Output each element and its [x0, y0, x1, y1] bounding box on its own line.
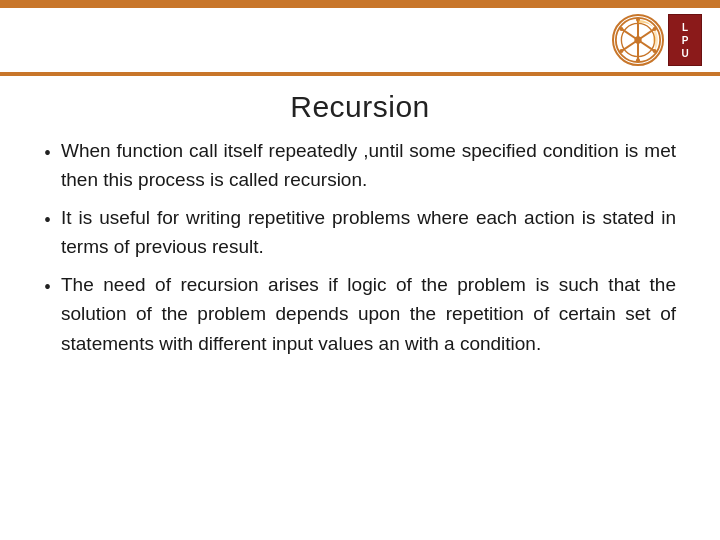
lpu-badge-text: LPU: [681, 21, 688, 60]
bullet-item-2: • It is useful for writing repetitive pr…: [44, 203, 676, 262]
bullet-item-3: • The need of recursion arises if logic …: [44, 270, 676, 358]
bullet-marker-2: •: [44, 205, 51, 235]
slide-title: Recursion: [40, 90, 680, 124]
top-bar: [0, 0, 720, 8]
svg-point-8: [634, 36, 641, 43]
bullet-marker-1: •: [44, 138, 51, 168]
svg-point-12: [636, 58, 640, 62]
logo-circle: [612, 14, 664, 66]
bullet-item-1: • When function call itself repeatedly ,…: [44, 136, 676, 195]
slide-container: LPU Recursion • When function call itsel…: [0, 0, 720, 540]
bullet-text-2: It is useful for writing repetitive prob…: [61, 203, 676, 262]
bullet-text-3: The need of recursion arises if logic of…: [61, 270, 676, 358]
title-area: Recursion: [0, 76, 720, 132]
slide-content: • When function call itself repeatedly ,…: [0, 132, 720, 540]
svg-point-14: [619, 27, 623, 31]
svg-point-13: [619, 49, 623, 53]
bullet-text-1: When function call itself repeatedly ,un…: [61, 136, 676, 195]
svg-point-11: [653, 49, 657, 53]
bullet-marker-3: •: [44, 272, 51, 302]
logo-wheel-svg: [614, 14, 662, 66]
header: LPU: [0, 8, 720, 66]
logo-group: LPU: [612, 14, 702, 66]
lpu-badge: LPU: [668, 14, 702, 66]
